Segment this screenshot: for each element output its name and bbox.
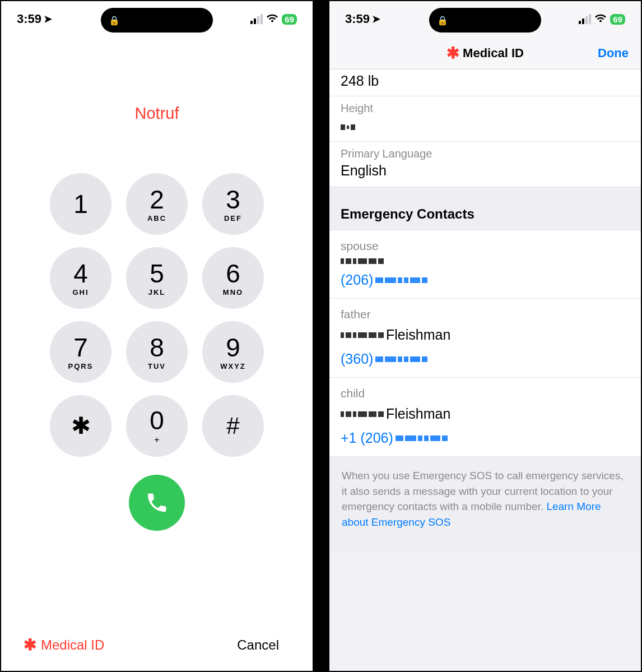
- cellular-icon: [579, 14, 591, 24]
- medical-asterisk-icon: ✱: [24, 636, 36, 654]
- phone-emergency-dialer: 3:59 ➤ 🔒 69 Notruf 12ABC3DEF4GHI5JKL6MNO…: [1, 1, 321, 671]
- redacted-text: [396, 435, 448, 441]
- emergency-contact: child Fleishman+1 (206): [329, 378, 641, 457]
- redacted-text: [341, 124, 355, 130]
- status-time: 3:59: [17, 12, 41, 26]
- emergency-contacts-header: Emergency Contacts: [329, 187, 641, 230]
- contact-relationship: spouse: [341, 239, 630, 253]
- medical-id-content[interactable]: 248 lb Height Primary Language English E…: [329, 69, 641, 552]
- redacted-text: [375, 277, 427, 283]
- nav-title-text: Medical ID: [463, 46, 524, 61]
- lock-icon: 🔒: [109, 15, 120, 26]
- contact-phone[interactable]: +1 (206): [341, 430, 630, 446]
- redacted-text: [341, 411, 384, 417]
- keypad-key-7[interactable]: 7PQRS: [50, 321, 111, 383]
- wifi-icon: [266, 13, 278, 26]
- wifi-icon: [594, 13, 607, 26]
- medical-id-button[interactable]: ✱ Medical ID: [24, 636, 104, 654]
- contact-phone[interactable]: (360): [341, 351, 630, 367]
- location-icon: ➤: [44, 13, 52, 25]
- lock-icon: 🔒: [437, 15, 448, 26]
- status-time: 3:59: [345, 12, 370, 26]
- battery-icon: 69: [610, 14, 625, 25]
- redacted-text: [341, 258, 384, 264]
- keypad-key-3[interactable]: 3DEF: [202, 173, 264, 235]
- phone-medical-id: 3:59 ➤ 🔒 69 ✱ Medical ID Done 248 lb Hei…: [321, 1, 641, 671]
- dynamic-island: 🔒: [429, 8, 541, 33]
- emergency-contact: father Fleishman(360): [329, 299, 641, 378]
- nav-title: ✱ Medical ID: [446, 44, 524, 62]
- weight-value: 248 lb: [341, 73, 379, 89]
- status-bar: 3:59 ➤ 🔒 69: [329, 1, 641, 37]
- emergency-call-title: Notruf: [1, 104, 313, 123]
- medical-asterisk-icon: ✱: [446, 44, 459, 62]
- language-value: English: [341, 163, 630, 179]
- medical-id-label: Medical ID: [41, 637, 104, 653]
- keypad-key-0[interactable]: 0+: [126, 395, 188, 457]
- contact-name: [341, 258, 630, 264]
- sos-footer: When you use Emergency SOS to call emerg…: [329, 457, 641, 552]
- redacted-text: [375, 356, 427, 362]
- status-bar: 3:59 ➤ 🔒 69: [1, 1, 313, 37]
- battery-icon: 69: [282, 14, 297, 25]
- call-button[interactable]: [129, 475, 185, 531]
- contact-phone[interactable]: (206): [341, 272, 630, 288]
- height-value: [341, 117, 630, 133]
- keypad-key-1[interactable]: 1: [50, 173, 111, 235]
- done-button[interactable]: Done: [598, 46, 629, 61]
- contact-name: Fleishman: [341, 406, 630, 422]
- nav-bar: ✱ Medical ID Done: [329, 37, 641, 69]
- height-label: Height: [341, 102, 630, 115]
- keypad-key-#[interactable]: #: [202, 395, 264, 457]
- keypad-key-8[interactable]: 8TUV: [126, 321, 188, 383]
- cellular-icon: [250, 14, 263, 24]
- keypad-key-2[interactable]: 2ABC: [126, 173, 188, 235]
- language-label: Primary Language: [341, 147, 630, 160]
- keypad-key-✱[interactable]: ✱: [50, 395, 111, 457]
- contact-relationship: father: [341, 308, 630, 321]
- redacted-text: [341, 332, 384, 338]
- height-row: Height: [329, 96, 641, 142]
- dynamic-island: 🔒: [101, 8, 213, 33]
- keypad: 12ABC3DEF4GHI5JKL6MNO7PQRS8TUV9WXYZ✱0+#: [1, 173, 313, 457]
- keypad-key-5[interactable]: 5JKL: [126, 247, 188, 309]
- keypad-key-9[interactable]: 9WXYZ: [202, 321, 264, 383]
- weight-row: 248 lb: [329, 69, 641, 96]
- contact-relationship: child: [341, 387, 630, 400]
- contact-name: Fleishman: [341, 327, 630, 343]
- cancel-button[interactable]: Cancel: [237, 637, 279, 653]
- keypad-key-4[interactable]: 4GHI: [50, 247, 111, 309]
- location-icon: ➤: [372, 13, 380, 25]
- language-row: Primary Language English: [329, 142, 641, 187]
- keypad-key-6[interactable]: 6MNO: [202, 247, 264, 309]
- emergency-contact: spouse(206): [329, 230, 641, 299]
